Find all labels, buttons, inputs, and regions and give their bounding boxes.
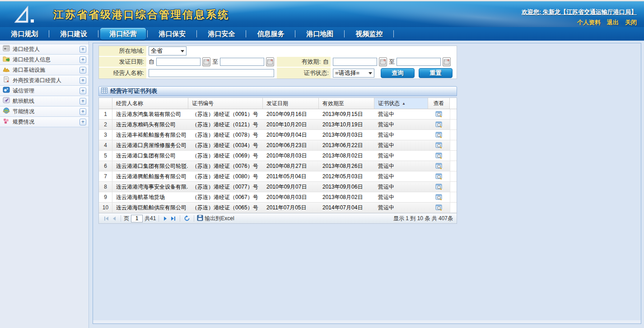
col-valid-until[interactable]: 有效期至 — [319, 98, 374, 109]
table-row[interactable]: 5 连云港港口集团有限公司 （苏连）港经证（0069）号 2010年08月03日… — [99, 151, 457, 161]
calendar-icon[interactable] — [379, 57, 387, 66]
query-button[interactable]: 查询 — [381, 68, 415, 78]
last-page-icon[interactable] — [170, 216, 176, 222]
col-operator-name[interactable]: 经营人名称 — [112, 98, 188, 109]
table-row[interactable]: 1 连云港东鸿集装箱有限公司 （苏连）港经证（0091）号 2010年09月16… — [99, 109, 457, 120]
view-record-icon[interactable] — [435, 204, 443, 211]
sidebar-item-port-operators[interactable]: 港口经营人 + — [0, 44, 89, 55]
operator-name-input[interactable] — [149, 69, 274, 77]
issue-date-from-input[interactable] — [156, 58, 201, 66]
logout-link[interactable]: 退出 — [607, 18, 619, 27]
calendar-icon[interactable] — [202, 57, 210, 66]
tab-port-construction[interactable]: 港口建设 — [49, 27, 98, 41]
operator-name-cell: 连云港港湾海事安全设备有限... — [112, 182, 188, 192]
expand-plus-icon[interactable]: + — [79, 108, 86, 115]
tab-port-security[interactable]: 港口保安 — [148, 27, 197, 41]
view-record-icon[interactable] — [435, 194, 443, 201]
cert-number-cell: （苏连）港经证（0034）号 — [188, 140, 263, 150]
export-excel-button[interactable]: 输出到Excel — [197, 215, 234, 222]
operator-name-cell: 连云港港口房屋维修服务公司 — [112, 140, 188, 150]
divider — [121, 215, 121, 222]
col-cert-number[interactable]: 证书编号 — [188, 98, 263, 109]
issue-date-cell: 2010年06月23日 — [263, 140, 319, 150]
sidebar-item-infrastructure[interactable]: 港口基础设施 + — [0, 65, 89, 75]
tab-port-map[interactable]: 港口地图 — [295, 27, 345, 41]
tab-info-service[interactable]: 信息服务 — [246, 27, 295, 41]
table-row[interactable]: 6 连云港港口集团有限公司轮驳... （苏连）港经证（0076）号 2010年0… — [99, 161, 457, 171]
expand-plus-icon[interactable]: + — [79, 46, 86, 53]
expand-plus-icon[interactable]: + — [79, 67, 86, 74]
refresh-icon[interactable] — [184, 215, 190, 222]
calendar-icon[interactable] — [266, 57, 274, 66]
chevron-down-icon — [369, 72, 372, 74]
table-row[interactable]: 7 连云港港腾船舶服务有限公司 （苏连）港经证（0080）号 2011年05月0… — [99, 171, 457, 182]
table-row[interactable]: 4 连云港港口房屋维修服务公司 （苏连）港经证（0034）号 2010年06月2… — [99, 140, 457, 151]
calendar-icon[interactable] — [443, 57, 451, 66]
valid-until-cell: 2013年09月15日 — [319, 109, 374, 119]
valid-to-input[interactable] — [397, 58, 441, 66]
table-row[interactable]: 10 连云港海巨船舶供应有限公司 （苏连）港经证（0065）号 2011年07月… — [99, 203, 457, 213]
sidebar-item-operator-info[interactable]: 港口经营人信息 + — [0, 55, 89, 65]
save-disk-icon — [197, 215, 203, 222]
region-select[interactable]: 全省 — [149, 46, 187, 55]
expand-plus-icon[interactable]: + — [79, 77, 86, 84]
view-record-icon[interactable] — [435, 152, 443, 159]
issue-date-to-input[interactable] — [220, 58, 264, 66]
operator-name-cell: 连云港海巨船舶供应有限公司 — [112, 203, 188, 213]
to-label: 至 — [212, 58, 218, 66]
cert-status-select[interactable]: =请选择= — [333, 69, 374, 78]
from-label: 自 — [323, 58, 329, 66]
tab-port-planning[interactable]: 港口规划 — [0, 27, 49, 41]
sidebar-item-credit-management[interactable]: 诚信管理 + — [0, 86, 89, 96]
col-issue-date[interactable]: 发证日期 — [263, 98, 319, 109]
next-page-icon[interactable] — [163, 216, 168, 222]
valid-from-input[interactable] — [333, 58, 377, 66]
folder-arrow-icon — [3, 55, 10, 64]
table-row[interactable]: 9 连云港海航基地货场 （苏连）港经证（0067）号 2010年08月03日 2… — [99, 192, 457, 203]
view-record-icon[interactable] — [435, 163, 443, 170]
view-record-icon[interactable] — [435, 121, 443, 128]
operator-name-cell: 连云港港口集团有限公司轮驳... — [112, 161, 188, 171]
table-row[interactable]: 3 连云港丰裕船舶服务有限公司 （苏连）港经证（0078）号 2010年09月0… — [99, 130, 457, 140]
row-number: 6 — [99, 161, 112, 171]
expand-plus-icon[interactable]: + — [79, 119, 86, 125]
table-row[interactable]: 8 连云港港湾海事安全设备有限... （苏连）港经证（0077）号 2010年0… — [99, 182, 457, 192]
view-record-icon[interactable] — [435, 111, 443, 118]
tab-video-monitor[interactable]: 视频监控 — [345, 27, 394, 41]
expand-plus-icon[interactable]: + — [79, 56, 86, 63]
view-record-icon[interactable] — [435, 173, 443, 180]
first-page-icon[interactable] — [103, 216, 109, 222]
status-cell: 营运中 — [374, 161, 428, 171]
close-link[interactable]: 关闭 — [625, 18, 637, 27]
valid-period-label: 有效期: — [301, 58, 321, 66]
table-row[interactable]: 2 连云港东粮码头有限公司 （苏连）港经证（0121）号 2010年10月20日… — [99, 120, 457, 130]
prev-page-icon[interactable] — [111, 216, 117, 222]
tab-port-operation[interactable]: 港口经营 — [98, 27, 148, 41]
col-cert-status-sorted[interactable]: 证书状态▲ — [374, 98, 428, 109]
reset-button[interactable]: 重置 — [419, 68, 453, 78]
cert-number-cell: （苏连）港经证（0077）号 — [188, 182, 263, 192]
expand-plus-icon[interactable]: + — [79, 98, 86, 105]
table-icon — [101, 87, 107, 95]
row-number: 9 — [99, 192, 112, 202]
operator-name-label: 经营人名称: — [99, 68, 146, 79]
sidebar-item-foreign-investment-operators[interactable]: 外商投资港口经营人 + — [0, 75, 89, 86]
header-links: 个人资料 退出 关闭 — [577, 18, 637, 27]
sidebar-item-flight-routes[interactable]: 航班航线 + — [0, 96, 89, 106]
profile-link[interactable]: 个人资料 — [577, 18, 601, 27]
document-icon — [3, 76, 10, 84]
sidebar-item-fees[interactable]: 规费情况 + — [0, 117, 89, 127]
col-view: 查看 — [428, 98, 450, 109]
view-record-icon[interactable] — [435, 132, 443, 139]
cert-number-cell: （苏连）港经证（0065）号 — [188, 203, 263, 213]
sidebar-item-energy-saving[interactable]: 节能情况 + — [0, 106, 89, 117]
expand-plus-icon[interactable]: + — [79, 88, 86, 94]
sort-asc-icon: ▲ — [402, 102, 406, 106]
view-record-icon[interactable] — [435, 184, 443, 190]
infrastructure-icon — [3, 66, 10, 74]
tab-port-safety[interactable]: 港口安全 — [197, 27, 246, 41]
status-cell: 营运中 — [374, 182, 428, 192]
page-number-input[interactable] — [131, 215, 143, 222]
view-record-icon[interactable] — [435, 142, 443, 149]
valid-until-cell: 2013年06月22日 — [319, 140, 374, 150]
